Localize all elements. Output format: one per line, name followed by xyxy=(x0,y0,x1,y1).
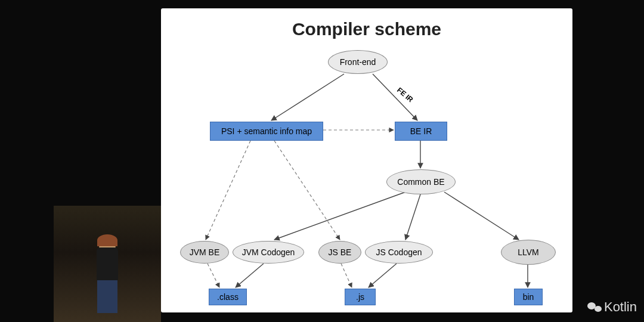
wechat-icon xyxy=(587,301,602,313)
svg-line-5 xyxy=(274,141,340,240)
edge-label-fe-ir: FE IR xyxy=(395,86,414,104)
node-jvmcodogen: JVM Codogen xyxy=(233,241,304,264)
svg-line-7 xyxy=(405,194,420,240)
watermark-label: Kotlin xyxy=(604,299,637,315)
node-class: .class xyxy=(209,289,247,305)
svg-line-8 xyxy=(444,192,519,240)
svg-line-9 xyxy=(208,264,219,287)
node-commonbe: Common BE xyxy=(386,169,456,194)
svg-line-10 xyxy=(236,264,264,287)
svg-line-0 xyxy=(271,74,344,120)
slide-title: Compiler scheme xyxy=(161,19,572,39)
svg-line-11 xyxy=(341,264,352,287)
node-js: .js xyxy=(345,289,376,305)
svg-line-6 xyxy=(274,192,405,240)
svg-line-4 xyxy=(206,141,250,240)
node-psi: PSI + semantic info map xyxy=(210,122,323,141)
node-bin: bin xyxy=(514,289,543,305)
node-llvm: LLVM xyxy=(501,240,556,265)
node-frontend: Front-end xyxy=(328,50,388,74)
video-frame: Compiler scheme xyxy=(0,0,644,322)
node-jscodogen: JS Codogen xyxy=(365,241,433,264)
presentation-slide: Compiler scheme xyxy=(161,8,572,312)
watermark: Kotlin xyxy=(587,299,637,315)
node-beir: BE IR xyxy=(395,122,447,141)
speaker-thumbnail xyxy=(54,206,161,322)
node-jsbe: JS BE xyxy=(318,241,361,264)
speaker-figure xyxy=(92,236,122,319)
node-jvmbe: JVM BE xyxy=(180,241,229,264)
svg-line-12 xyxy=(369,264,397,287)
